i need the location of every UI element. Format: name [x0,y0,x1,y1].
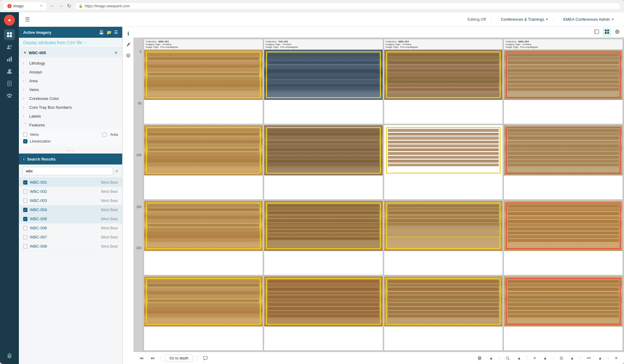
svg-rect-8 [11,57,12,62]
search-back-button[interactable]: ‹ [23,157,25,161]
core-cell-3-1[interactable] [144,200,263,275]
core-cell-3-3[interactable] [384,200,503,275]
prev-button[interactable]: ⏭ [148,355,157,362]
core-cell-1-2[interactable]: Collection:THC-001 Imagery Type:Corebox … [264,39,383,124]
search-item-wbc008[interactable]: WBC-008 West Bear [19,242,122,251]
content-area: Active Imagery 💾 📁 ☰ Display attributes … [19,27,624,364]
stack-btn[interactable]: ⊟ [557,355,566,362]
search-input[interactable] [23,167,113,175]
search-item-wbc004[interactable]: ✓ WBC-004 West Bear [19,205,122,214]
scroll-up-button[interactable]: ▲ [487,355,495,362]
wbc004-checkbox[interactable]: ✓ [23,208,27,212]
browser-tab[interactable]: i Imago ✕ [4,2,46,10]
core-cell-3-4[interactable] [504,200,623,275]
wbc007-checkbox[interactable] [23,235,27,239]
core-cell-2-4[interactable] [504,125,623,200]
list-up-button[interactable]: ▲ [541,355,550,362]
zoom-button[interactable] [503,355,512,362]
search-item-wbc002[interactable]: WBC-002 West Bear [19,187,122,196]
admin-dropdown[interactable]: EMEA Conferences Admin ▼ [558,17,619,22]
grid-view-icon[interactable] [603,28,611,37]
goto-depth-button[interactable]: Go to depth [165,355,193,362]
search-item-wbc007[interactable]: WBC-007 West Bear [19,233,122,242]
core-cell-1-3[interactable]: Collection:WBC-024 Imagery Type:Corebox … [384,39,503,124]
search-item-wbc005[interactable]: ✓ WBC-005 West Bear [19,214,122,224]
search-item-wbc006[interactable]: WBC-006 West Bear [19,224,122,233]
core-cell-1-4[interactable]: Collection:WBC-004 Imagery Type:Corebox … [504,39,623,124]
core-cell-2-3[interactable] [384,125,503,200]
browser-frame: i Imago ✕ ← → ↻ 🔒 https://imago.seequent… [0,0,624,364]
close-toolbar-button[interactable]: ✕ [612,355,620,362]
wbc008-checkbox[interactable] [23,244,27,249]
area-label: Area [29,79,37,83]
more-up-button[interactable]: ▲ [596,355,604,362]
toolbar-settings-icon[interactable] [475,355,484,362]
tab-close-button[interactable]: ✕ [40,4,43,8]
tree-item-lithology[interactable]: › Lithology [19,59,122,68]
tree-item-core-tray[interactable]: › Core Tray Box Numbers [19,103,122,112]
sidebar-icon-settings[interactable] [4,351,15,362]
core-cell-2-1[interactable] [144,125,263,200]
wbc006-checkbox[interactable] [23,226,27,230]
folder-icon[interactable]: 📁 [106,30,112,35]
comment-button[interactable] [201,355,210,362]
save-icon[interactable]: 💾 [99,30,104,35]
sidebar-icon-chart[interactable] [4,54,15,65]
wbc-expand-icon[interactable]: ▼ [23,51,27,55]
core-cell-4-1[interactable] [144,276,263,351]
csv-link[interactable]: Display attributes from CSV file ↑ [19,38,122,48]
back-button[interactable]: ← [49,2,56,9]
more-btn[interactable]: ••• [584,355,593,362]
wbc001-name: WBC-001 [30,180,98,185]
sidebar-icon-profile[interactable]: ⚙ [4,66,15,77]
core-cell-4-4[interactable] [504,276,623,351]
list-view-icon[interactable]: ☰ [114,30,118,35]
conferences-chevron-icon: ▼ [545,18,548,21]
image-view-icon[interactable] [592,28,601,37]
zoom-up-button[interactable]: ▲ [515,355,523,362]
conferences-dropdown[interactable]: Conferences & Trainings ▼ [496,17,554,22]
area-checkbox[interactable] [102,133,107,137]
search-clear-button[interactable]: ✕ [115,169,119,174]
wbc003-checkbox[interactable] [23,199,27,203]
core-cell-3-2[interactable] [264,200,383,275]
hamburger-button[interactable]: ☰ [24,15,31,24]
area-feature-label: Area [110,133,118,137]
wbc-close-button[interactable]: ✕ [114,50,118,55]
globe-view-icon[interactable] [613,28,622,37]
edit-tool[interactable] [124,40,133,49]
prev-prev-button[interactable]: ⏮ [137,355,146,362]
list-btn[interactable]: ≡ [531,355,538,362]
sidebar-icon-reports[interactable] [4,78,15,89]
tree-item-veins[interactable]: › Veins [19,85,122,94]
wbc005-checkbox[interactable]: ✓ [23,217,27,221]
tree-item-features[interactable]: › Features [19,121,122,129]
address-bar[interactable]: 🔒 https://imago.seequent.com [75,2,620,10]
tree-item-labels[interactable]: › Labels [19,112,122,121]
stack-up-button[interactable]: ▲ [568,355,577,362]
core-cell-4-2[interactable] [264,276,383,351]
core-cell-4-3[interactable] [384,276,503,351]
layers-tool[interactable] [124,51,133,60]
sidebar-icon-users[interactable] [4,41,15,52]
tree-item-coreboxes-color[interactable]: › Coreboxes Color [19,94,122,103]
search-item-wbc001[interactable]: ✓ WBC-001 West Bear [19,178,122,187]
feature-linearization: ✓ Linearization [23,138,118,145]
core-cell-2-2[interactable] [264,125,383,200]
refresh-button[interactable]: ↻ [66,2,72,9]
veins-feature-label: Veins [30,133,39,137]
cell1-collection-label: Collection: [146,40,157,43]
tree-item-assays[interactable]: › Assays [19,68,122,76]
info-tool[interactable]: ℹ [124,29,133,38]
tree-item-area[interactable]: › Area [19,76,122,85]
sidebar-icon-team[interactable] [4,90,15,101]
wbc002-name: WBC-002 [30,189,98,194]
forward-button[interactable]: → [57,2,65,9]
wbc002-checkbox[interactable] [23,189,27,194]
search-item-wbc003[interactable]: WBC-003 West Bear [19,196,122,205]
linearization-checkbox[interactable]: ✓ [23,139,27,143]
sidebar-icon-imagery[interactable] [4,29,15,40]
core-cell-1-1[interactable]: Collection:WBC-001 Imagery Type:Corebox … [144,39,263,124]
wbc001-checkbox[interactable]: ✓ [23,180,27,185]
veins-checkbox[interactable] [23,133,27,137]
